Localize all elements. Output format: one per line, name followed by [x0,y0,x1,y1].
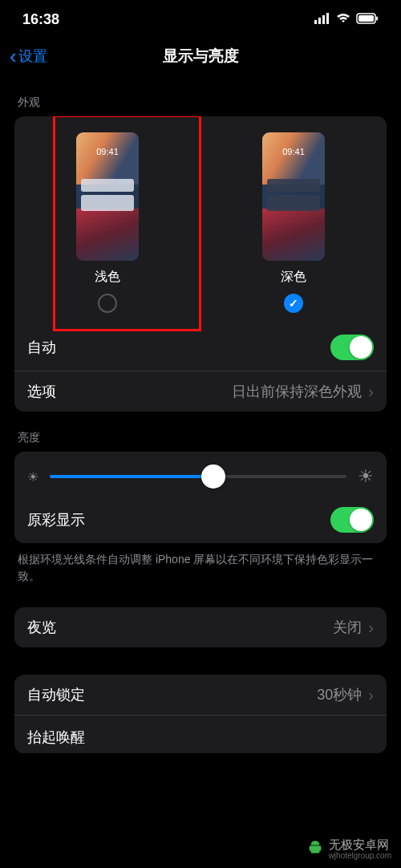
appearance-header: 外观 [0,76,401,116]
battery-icon [356,11,379,28]
svg-rect-6 [376,17,378,21]
true-tone-footer: 根据环境光线条件自动调整 iPhone 屏幕以在不同环境下保持色彩显示一致。 [0,543,401,585]
auto-lock-row[interactable]: 自动锁定 30秒钟 › [14,675,387,715]
android-icon [306,840,324,858]
appearance-preview-dark: 09:41 [262,132,325,261]
brightness-card: ☀ ☀ 原彩显示 [14,452,387,543]
options-value: 日出前保持深色外观 [232,382,362,401]
cellular-icon [314,11,330,28]
raise-to-wake-label: 抬起唤醒 [27,728,85,747]
brightness-slider[interactable] [50,475,346,478]
appearance-option-light[interactable]: 09:41 浅色 [14,132,200,313]
dark-radio[interactable] [284,294,303,313]
appearance-preview-light: 09:41 [76,132,139,261]
brightness-slider-row: ☀ ☀ [14,452,387,497]
true-tone-toggle[interactable] [330,507,374,533]
back-label: 设置 [18,47,47,66]
preview-time: 09:41 [262,147,325,156]
chevron-right-icon: › [368,383,374,401]
chevron-right-icon: › [368,619,374,637]
chevron-left-icon: ‹ [10,46,17,67]
svg-rect-5 [358,15,374,22]
auto-toggle[interactable] [330,335,374,360]
nav-bar: ‹ 设置 显示与亮度 [0,36,401,76]
page-title: 显示与亮度 [163,46,239,67]
sun-small-icon: ☀ [27,469,38,485]
watermark-text: 无极安卓网 [329,838,391,852]
wifi-icon [335,11,351,28]
svg-rect-1 [318,18,321,24]
night-shift-row[interactable]: 夜览 关闭 › [14,607,387,647]
light-label: 浅色 [95,269,120,286]
true-tone-row: 原彩显示 [14,497,387,543]
raise-to-wake-row: 抬起唤醒 [14,715,387,753]
lock-card: 自动锁定 30秒钟 › 抬起唤醒 [14,675,387,753]
auto-label: 自动 [27,338,56,357]
auto-lock-label: 自动锁定 [27,685,85,704]
watermark: 无极安卓网 wjhotelgroup.com [306,838,391,861]
true-tone-label: 原彩显示 [27,510,85,529]
night-shift-card: 夜览 关闭 › [14,607,387,647]
options-row[interactable]: 选项 日出前保持深色外观 › [14,371,387,412]
night-shift-label: 夜览 [27,618,56,637]
preview-time: 09:41 [76,147,139,156]
status-bar: 16:38 [0,0,401,36]
svg-rect-2 [322,15,325,24]
status-icons [314,11,379,28]
status-time: 16:38 [22,11,59,28]
brightness-header: 亮度 [0,412,401,452]
auto-appearance-row: 自动 [14,324,387,371]
svg-rect-3 [326,13,329,24]
svg-rect-0 [314,20,317,24]
sun-large-icon: ☀ [358,466,374,487]
night-shift-value: 关闭 [333,618,362,637]
light-radio[interactable] [98,294,117,313]
appearance-option-dark[interactable]: 09:41 深色 [200,132,387,313]
back-button[interactable]: ‹ 设置 [10,46,47,67]
auto-lock-value: 30秒钟 [317,685,362,704]
options-label: 选项 [27,382,56,401]
dark-label: 深色 [281,269,306,286]
appearance-card: 09:41 浅色 09:41 深色 自动 选项 日出前保持深色 [14,116,387,412]
watermark-url: wjhotelgroup.com [329,851,391,860]
chevron-right-icon: › [368,686,374,704]
